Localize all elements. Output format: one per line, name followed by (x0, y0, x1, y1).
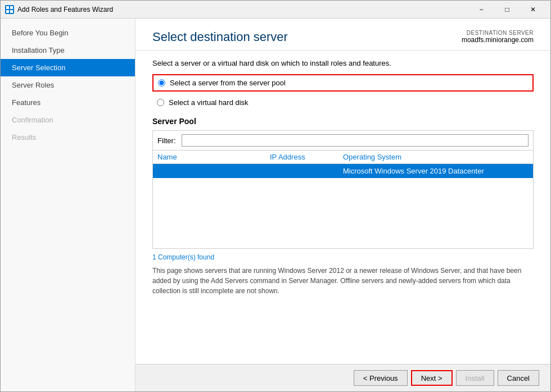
next-button[interactable]: Next > (411, 370, 453, 386)
footer-description: This page shows servers that are running… (152, 266, 534, 296)
sidebar-item-features[interactable]: Features (1, 94, 135, 111)
sidebar-item-before-you-begin[interactable]: Before You Begin (1, 24, 135, 42)
row-name (157, 167, 270, 175)
destination-server: DESTINATION SERVER moadfs.miniorange.com (462, 30, 534, 44)
row-ip (270, 167, 343, 175)
table-header: Name IP Address Operating System (153, 151, 533, 164)
window: Add Roles and Features Wizard − □ ✕ Befo… (0, 0, 551, 392)
col-header-ip: IP Address (270, 153, 343, 161)
panel-header: Select destination server DESTINATION SE… (136, 19, 550, 51)
radio-server-pool-label: Select a server from the server pool (170, 79, 286, 87)
filter-label: Filter: (157, 136, 177, 145)
radio-vhd-label: Select a virtual hard disk (169, 98, 249, 107)
right-panel: Select destination server DESTINATION SE… (136, 19, 550, 391)
cancel-button[interactable]: Cancel (498, 370, 539, 386)
svg-rect-1 (10, 6, 13, 9)
main-content: Before You Begin Installation Type Serve… (1, 19, 550, 391)
close-button[interactable]: ✕ (520, 1, 546, 19)
page-title: Select destination server (152, 30, 288, 44)
col-header-os: Operating System (343, 153, 529, 161)
app-icon (5, 5, 14, 14)
destination-server-name: moadfs.miniorange.com (462, 36, 534, 44)
svg-rect-2 (6, 10, 9, 13)
panel-body: Select a server or a virtual hard disk o… (136, 51, 550, 364)
minimize-button[interactable]: − (468, 1, 494, 19)
server-pool-container: Filter: Name IP Address Operating System (152, 130, 534, 249)
window-controls: − □ ✕ (468, 1, 546, 19)
previous-button[interactable]: < Previous (354, 370, 408, 386)
table-body: Microsoft Windows Server 2019 Datacenter (153, 164, 533, 248)
table-row[interactable]: Microsoft Windows Server 2019 Datacenter (153, 164, 533, 178)
bottom-bar: < Previous Next > Install Cancel (136, 364, 550, 391)
blurred-server-name (157, 167, 247, 175)
svg-rect-3 (10, 10, 13, 13)
radio-vhd[interactable] (157, 99, 164, 106)
window-title: Add Roles and Features Wizard (17, 6, 468, 13)
filter-row: Filter: (153, 131, 533, 151)
description-text: Select a server or a virtual hard disk o… (152, 59, 534, 67)
row-os: Microsoft Windows Server 2019 Datacenter (343, 167, 529, 175)
sidebar-item-server-roles[interactable]: Server Roles (1, 76, 135, 94)
install-button[interactable]: Install (456, 370, 494, 386)
computers-found: 1 Computer(s) found (152, 253, 534, 261)
title-bar: Add Roles and Features Wizard − □ ✕ (1, 1, 550, 19)
sidebar-item-results: Results (1, 129, 135, 146)
svg-rect-0 (6, 6, 9, 9)
radio-option-vhd[interactable]: Select a virtual hard disk (152, 95, 534, 110)
destination-server-label: DESTINATION SERVER (462, 30, 534, 36)
radio-server-pool[interactable] (158, 79, 165, 86)
filter-input[interactable] (182, 134, 529, 147)
sidebar-item-server-selection[interactable]: Server Selection (1, 59, 135, 76)
sidebar-item-installation-type[interactable]: Installation Type (1, 42, 135, 59)
server-pool-title: Server Pool (152, 117, 534, 126)
col-header-name: Name (157, 153, 270, 161)
sidebar-item-confirmation: Confirmation (1, 111, 135, 129)
radio-option-server-pool[interactable]: Select a server from the server pool (152, 74, 534, 92)
maximize-button[interactable]: □ (494, 1, 520, 19)
sidebar: Before You Begin Installation Type Serve… (1, 19, 136, 391)
